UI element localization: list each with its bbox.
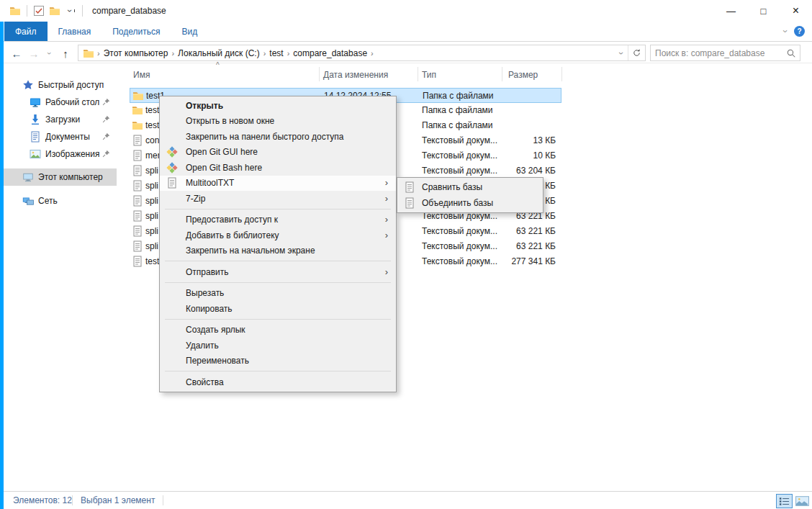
context-menu-item-send-to[interactable]: Отправить › xyxy=(160,264,396,280)
menu-item-label: Переименовать xyxy=(186,356,249,366)
sidebar-item-label: Изображения xyxy=(45,149,99,159)
text-file-icon xyxy=(132,150,143,161)
qat-customize-button[interactable]: › xyxy=(63,2,78,19)
minimize-button[interactable]: — xyxy=(715,0,747,22)
address-bar[interactable]: › Этот компьютер › Локальный диск (C:) ›… xyxy=(78,45,646,61)
recent-locations-button[interactable]: › xyxy=(42,46,58,60)
column-header-date[interactable]: Дата изменения xyxy=(323,70,388,80)
window-border xyxy=(0,22,4,509)
search-input[interactable] xyxy=(651,48,786,58)
menu-item-label: Закрепить на начальном экране xyxy=(186,246,315,256)
column-divider[interactable] xyxy=(561,67,562,81)
submenu-arrow-icon: › xyxy=(385,177,388,188)
column-divider[interactable] xyxy=(319,67,320,81)
submenu-item-compare-databases[interactable]: Сравнить базы xyxy=(397,179,543,195)
tab-home[interactable]: Главная xyxy=(48,22,102,41)
context-menu-item-pin-to-quick-access[interactable]: Закрепить на панели быстрого доступа xyxy=(160,129,396,145)
sidebar-item-this-pc[interactable]: Этот компьютер xyxy=(4,168,117,186)
menu-item-label: Открыть в новом окне xyxy=(186,116,274,126)
context-menu-item-open[interactable]: Открыть xyxy=(160,98,396,114)
context-menu-item-properties[interactable]: Свойства xyxy=(160,374,396,390)
expand-ribbon-chevron-icon[interactable]: › xyxy=(780,30,790,32)
up-button[interactable]: ↑ xyxy=(58,46,73,60)
thumbnails-view-button[interactable] xyxy=(795,496,809,506)
document-icon xyxy=(30,131,41,143)
context-menu-item-open-git-bash[interactable]: Open Git Bash here xyxy=(160,160,396,176)
back-button[interactable]: ← xyxy=(9,46,24,60)
help-button[interactable]: ? xyxy=(794,26,805,37)
sidebar-item-label: Загрузки xyxy=(45,114,80,125)
text-file-icon xyxy=(132,225,143,237)
file-name: mer xyxy=(145,150,161,161)
desktop-icon xyxy=(30,96,41,108)
context-menu-item-copy[interactable]: Копировать xyxy=(160,301,396,317)
file-name: spli xyxy=(145,211,158,221)
sidebar-item-label: Этот компьютер xyxy=(38,172,103,182)
folder-icon xyxy=(132,90,144,102)
breadcrumb-test[interactable]: test xyxy=(266,48,287,58)
sidebar-item-pictures[interactable]: Изображения xyxy=(4,145,117,163)
context-menu-item-7zip[interactable]: 7-Zip › xyxy=(160,191,396,207)
star-icon xyxy=(22,79,34,91)
divider xyxy=(163,495,163,505)
menu-item-label: Отправить xyxy=(186,267,229,277)
file-size: 63 221 КБ xyxy=(516,241,556,251)
maximize-button[interactable]: □ xyxy=(747,0,780,22)
submenu-item-merge-databases[interactable]: Объединить базы xyxy=(397,195,543,211)
sidebar-item-documents[interactable]: Документы xyxy=(4,128,117,145)
breadcrumb-compare-database[interactable]: compare_database xyxy=(289,48,371,58)
context-menu-item-grant-access[interactable]: Предоставить доступ к › xyxy=(160,212,396,228)
file-name: test xyxy=(145,120,159,130)
search-icon[interactable] xyxy=(786,48,796,58)
sidebar-item-label: Сеть xyxy=(38,196,58,206)
navigation-pane: Быстрый доступ Рабочий стол Загрузки Док… xyxy=(4,63,117,491)
tab-share[interactable]: Поделиться xyxy=(102,22,171,41)
tab-view[interactable]: Вид xyxy=(171,22,208,41)
column-divider[interactable] xyxy=(418,67,418,81)
file-type: Текстовый докум... xyxy=(422,150,497,161)
column-divider[interactable] xyxy=(502,67,502,81)
qat-properties-button[interactable] xyxy=(31,2,47,19)
context-menu: Открыть Открыть в новом окне Закрепить н… xyxy=(159,96,397,392)
file-type: Папка с файлами xyxy=(423,91,494,101)
forward-button[interactable]: → xyxy=(26,46,42,60)
sidebar-item-desktop[interactable]: Рабочий стол xyxy=(4,94,117,111)
pin-icon xyxy=(102,115,110,123)
file-size: 13 КБ xyxy=(533,135,556,145)
divider xyxy=(27,5,27,17)
column-header-type[interactable]: Тип xyxy=(422,70,436,80)
file-name: spli xyxy=(145,166,158,176)
column-header-name[interactable]: Имя xyxy=(133,70,150,80)
menu-item-label: Закрепить на панели быстрого доступа xyxy=(186,132,344,142)
context-menu-item-pin-to-start[interactable]: Закрепить на начальном экране xyxy=(160,243,396,259)
divider xyxy=(72,495,73,505)
qat-new-folder-button[interactable] xyxy=(47,2,63,19)
column-header-size[interactable]: Размер xyxy=(508,70,538,80)
tab-file[interactable]: Файл xyxy=(4,22,48,41)
close-button[interactable]: × xyxy=(780,0,812,22)
sidebar-item-label: Быстрый доступ xyxy=(38,80,104,90)
git-icon xyxy=(166,162,178,174)
menu-item-label: Свойства xyxy=(186,377,224,387)
context-menu-item-add-to-library[interactable]: Добавить в библиотеку › xyxy=(160,228,396,243)
context-menu-item-open-git-gui[interactable]: Open Git GUI here xyxy=(160,145,396,161)
menu-separator xyxy=(165,282,391,283)
file-name: test xyxy=(145,105,159,115)
ribbon-tab-bar: Файл Главная Поделиться Вид xyxy=(0,22,812,42)
refresh-button[interactable] xyxy=(628,45,645,60)
menu-item-label: Вырезать xyxy=(186,288,224,298)
sidebar-item-downloads[interactable]: Загрузки xyxy=(4,111,117,128)
context-menu-item-delete[interactable]: Удалить xyxy=(160,338,396,353)
context-menu-item-cut[interactable]: Вырезать xyxy=(160,286,396,302)
context-menu-item-rename[interactable]: Переименовать xyxy=(160,353,396,369)
details-view-button[interactable] xyxy=(776,494,793,508)
context-menu-item-open-new-window[interactable]: Открыть в новом окне xyxy=(160,114,396,130)
sidebar-item-network[interactable]: Сеть xyxy=(4,192,117,210)
address-dropdown-button[interactable]: › xyxy=(616,47,626,60)
breadcrumb-local-disk-c[interactable]: Локальный диск (C:) xyxy=(174,48,263,58)
file-size: КБ xyxy=(545,196,556,206)
context-menu-item-multitooltxt[interactable]: MultitoolTXT › xyxy=(160,176,396,192)
sidebar-item-quick-access[interactable]: Быстрый доступ xyxy=(4,76,117,94)
context-menu-item-create-shortcut[interactable]: Создать ярлык xyxy=(160,323,396,338)
breadcrumb-this-pc[interactable]: Этот компьютер xyxy=(100,48,172,58)
